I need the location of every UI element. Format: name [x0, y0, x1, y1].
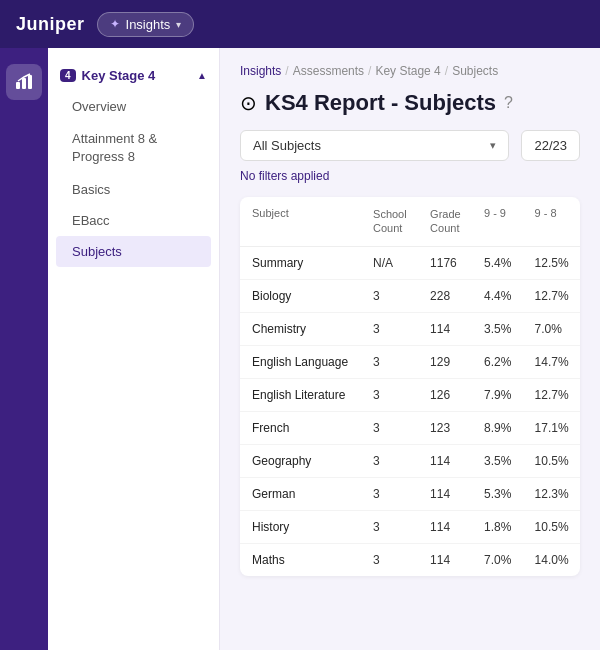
nav-section-header[interactable]: 4 Key Stage 4 ▲: [48, 60, 219, 91]
breadcrumb-keystage4[interactable]: Key Stage 4: [375, 64, 440, 78]
sidebar-item-attainment[interactable]: Attainment 8 &Progress 8: [48, 122, 219, 174]
filter-count-badge: 22/23: [521, 130, 580, 161]
breadcrumb: Insights / Assessments / Key Stage 4 / S…: [240, 64, 580, 78]
cell-nine-nine: 8.9%: [472, 411, 523, 444]
cell-subject: Geography: [240, 444, 361, 477]
cell-subject: French: [240, 411, 361, 444]
cell-subject: German: [240, 477, 361, 510]
svg-rect-1: [22, 78, 26, 89]
cell-nine-eight: 7.0%: [523, 312, 580, 345]
cell-grade-count: 1176: [418, 246, 472, 279]
col-header-nine-eight: 9 - 8: [523, 197, 580, 246]
cell-school-count: 3: [361, 411, 418, 444]
table-row: German 3 114 5.3% 12.3%: [240, 477, 580, 510]
table-row: History 3 114 1.8% 10.5%: [240, 510, 580, 543]
data-table-container: Subject SchoolCount GradeCount 9 - 9 9 -…: [240, 197, 580, 576]
cell-school-count: 3: [361, 510, 418, 543]
cell-subject: History: [240, 510, 361, 543]
no-filters-label: No filters applied: [240, 169, 580, 183]
app-logo: Juniper: [16, 14, 85, 35]
cell-grade-count: 126: [418, 378, 472, 411]
cell-subject: English Language: [240, 345, 361, 378]
nav-chevron-icon: ▲: [197, 70, 207, 81]
content-area: Insights / Assessments / Key Stage 4 / S…: [220, 48, 600, 650]
cell-nine-eight: 17.1%: [523, 411, 580, 444]
filter-dropdown-label: All Subjects: [253, 138, 321, 153]
sparkle-icon: ✦: [110, 17, 120, 31]
col-header-school-count: SchoolCount: [361, 197, 418, 246]
sidebar-item-basics[interactable]: Basics: [48, 174, 219, 205]
cell-nine-nine: 3.5%: [472, 312, 523, 345]
main-layout: 4 Key Stage 4 ▲ Overview Attainment 8 &P…: [0, 48, 600, 650]
cell-school-count: 3: [361, 444, 418, 477]
chevron-down-icon: ▾: [176, 19, 181, 30]
cell-grade-count: 114: [418, 543, 472, 576]
cell-grade-count: 114: [418, 510, 472, 543]
cell-school-count: 3: [361, 543, 418, 576]
cell-nine-nine: 7.9%: [472, 378, 523, 411]
page-title: KS4 Report - Subjects: [265, 90, 496, 116]
breadcrumb-sep2: /: [368, 64, 371, 78]
sidebar-item-overview[interactable]: Overview: [48, 91, 219, 122]
insights-btn-label: Insights: [126, 17, 171, 32]
ks4-report-icon: ⊙: [240, 91, 257, 115]
cell-school-count: 3: [361, 378, 418, 411]
breadcrumb-assessments[interactable]: Assessments: [293, 64, 364, 78]
cell-grade-count: 129: [418, 345, 472, 378]
cell-nine-eight: 14.0%: [523, 543, 580, 576]
table-row: Biology 3 228 4.4% 12.7%: [240, 279, 580, 312]
cell-subject: Summary: [240, 246, 361, 279]
sidebar-item-subjects[interactable]: Subjects: [56, 236, 211, 267]
cell-nine-nine: 1.8%: [472, 510, 523, 543]
table-row: Maths 3 114 7.0% 14.0%: [240, 543, 580, 576]
table-row: Chemistry 3 114 3.5% 7.0%: [240, 312, 580, 345]
cell-subject: English Literature: [240, 378, 361, 411]
subject-filter-dropdown[interactable]: All Subjects ▾: [240, 130, 509, 161]
cell-nine-eight: 12.7%: [523, 279, 580, 312]
help-icon[interactable]: ?: [504, 94, 513, 112]
col-header-subject: Subject: [240, 197, 361, 246]
cell-grade-count: 114: [418, 312, 472, 345]
nav-panel: 4 Key Stage 4 ▲ Overview Attainment 8 &P…: [48, 48, 220, 650]
dropdown-chevron-icon: ▾: [490, 139, 496, 152]
cell-grade-count: 114: [418, 444, 472, 477]
cell-nine-eight: 12.7%: [523, 378, 580, 411]
breadcrumb-insights[interactable]: Insights: [240, 64, 281, 78]
cell-grade-count: 114: [418, 477, 472, 510]
table-header-row: Subject SchoolCount GradeCount 9 - 9 9 -…: [240, 197, 580, 246]
cell-nine-nine: 3.5%: [472, 444, 523, 477]
cell-nine-nine: 7.0%: [472, 543, 523, 576]
cell-grade-count: 228: [418, 279, 472, 312]
breadcrumb-subjects: Subjects: [452, 64, 498, 78]
filter-row: All Subjects ▾ 22/23: [240, 130, 580, 161]
cell-subject: Maths: [240, 543, 361, 576]
breadcrumb-sep3: /: [445, 64, 448, 78]
cell-nine-eight: 14.7%: [523, 345, 580, 378]
table-row: Geography 3 114 3.5% 10.5%: [240, 444, 580, 477]
cell-grade-count: 123: [418, 411, 472, 444]
nav-section-label: Key Stage 4: [82, 68, 156, 83]
cell-nine-eight: 12.3%: [523, 477, 580, 510]
cell-subject: Biology: [240, 279, 361, 312]
topnav: Juniper ✦ Insights ▾: [0, 0, 600, 48]
table-row: French 3 123 8.9% 17.1%: [240, 411, 580, 444]
icon-bar-chart[interactable]: [6, 64, 42, 100]
table-row: Summary N/A 1176 5.4% 12.5%: [240, 246, 580, 279]
cell-school-count: 3: [361, 312, 418, 345]
cell-nine-eight: 10.5%: [523, 444, 580, 477]
table-row: English Language 3 129 6.2% 14.7%: [240, 345, 580, 378]
cell-nine-eight: 10.5%: [523, 510, 580, 543]
col-header-grade-count: GradeCount: [418, 197, 472, 246]
cell-subject: Chemistry: [240, 312, 361, 345]
cell-school-count: 3: [361, 279, 418, 312]
breadcrumb-sep1: /: [285, 64, 288, 78]
table-row: English Literature 3 126 7.9% 12.7%: [240, 378, 580, 411]
cell-school-count: 3: [361, 345, 418, 378]
cell-nine-nine: 5.3%: [472, 477, 523, 510]
cell-nine-nine: 5.4%: [472, 246, 523, 279]
insights-nav-button[interactable]: ✦ Insights ▾: [97, 12, 195, 37]
cell-nine-nine: 4.4%: [472, 279, 523, 312]
page-title-row: ⊙ KS4 Report - Subjects ?: [240, 90, 580, 116]
cell-nine-nine: 6.2%: [472, 345, 523, 378]
sidebar-item-ebacc[interactable]: EBacc: [48, 205, 219, 236]
